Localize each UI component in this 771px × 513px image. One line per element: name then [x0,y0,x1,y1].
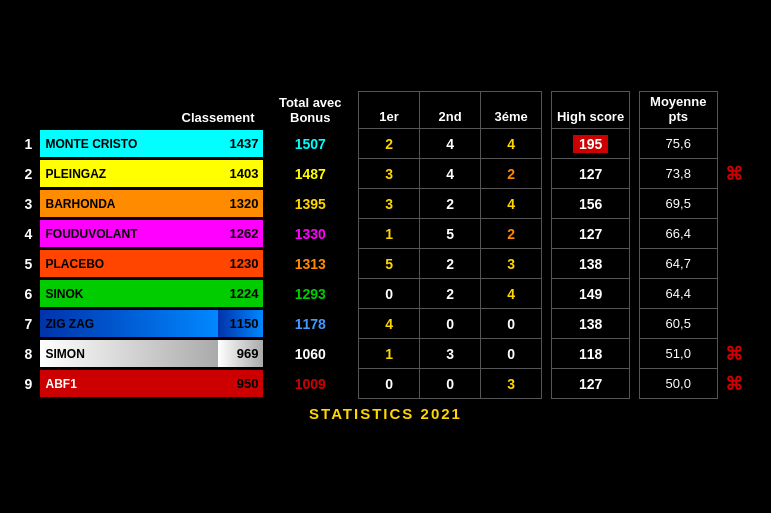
second-value: 4 [446,136,454,152]
first-cell: 4 [359,309,420,339]
first-cell: 1 [359,339,420,369]
cmd-cell: ⌘ [717,369,750,399]
bonus-cell: 1313 [271,249,349,279]
sep-cell3 [542,279,552,309]
cmd-cell [717,129,750,159]
moyenne-cell: 50,0 [639,369,717,399]
sep-cell4 [629,249,639,279]
sep-cell4 [629,279,639,309]
sep-cell4 [629,309,639,339]
highscore-value: 127 [579,226,602,242]
sep-cell3 [542,309,552,339]
player-score: 969 [237,346,259,361]
rank-cell: 2 [21,159,41,189]
bonus-value: 1293 [295,286,326,302]
moyenne-cell: 69,5 [639,189,717,219]
third-cell: 4 [481,129,542,159]
sep-cell [263,279,272,309]
cmd-cell: ⌘ [717,339,750,369]
sep-cell [263,339,272,369]
sep-cell [263,219,272,249]
sep-cell [263,249,272,279]
sep-cell2 [349,159,358,189]
third-value: 3 [507,376,515,392]
sep-cell4 [629,129,639,159]
highscore-cell: 149 [552,279,630,309]
second-value: 0 [446,376,454,392]
name-score-cell: MONTE CRISTO 1437 [40,129,262,159]
bonus-cell: 1330 [271,219,349,249]
bonus-value: 1330 [295,226,326,242]
moyenne-value: 73,8 [666,166,691,181]
third-value: 4 [507,196,515,212]
cmd-icon: ⌘ [725,164,743,184]
first-value: 1 [385,226,393,242]
cmd-cell [717,249,750,279]
highscore-value: 118 [579,346,602,362]
sep-cell [263,189,272,219]
second-header: 2nd [420,92,481,129]
sep4 [629,92,639,129]
player-name: PLEINGAZ [45,167,106,181]
highscore-value: 127 [579,166,602,182]
rank-cell: 4 [21,219,41,249]
name-score-cell: ZIG ZAG 1150 [40,309,262,339]
first-value: 3 [385,196,393,212]
second-cell: 5 [420,219,481,249]
table-row: 3 BARHONDA 1320 1395 3 2 4 156 69,5 [21,189,751,219]
highscore-header: High score [552,92,630,129]
highscore-value: 149 [579,286,602,302]
moyenne-value: 64,4 [666,286,691,301]
sep-cell2 [349,219,358,249]
player-score: 1150 [230,316,259,331]
bonus-value: 1507 [295,136,326,152]
table-row: 5 PLACEBO 1230 1313 5 2 3 138 64,7 [21,249,751,279]
sep-cell [263,309,272,339]
sep-cell2 [349,129,358,159]
rank-cell: 7 [21,309,41,339]
first-value: 4 [385,316,393,332]
player-score: 950 [237,376,259,391]
first-cell: 3 [359,189,420,219]
first-value: 5 [385,256,393,272]
highscore-value-highlight: 195 [573,135,608,153]
sep-cell4 [629,159,639,189]
table-row: 4 FOUDUVOLANT 1262 1330 1 5 2 127 66,4 [21,219,751,249]
first-value: 2 [385,136,393,152]
third-cell: 4 [481,279,542,309]
sep2 [349,92,358,129]
moyenne-cell: 75,6 [639,129,717,159]
second-value: 2 [446,196,454,212]
sep-cell3 [542,129,552,159]
sep-cell3 [542,369,552,399]
moyenne-cell: 66,4 [639,219,717,249]
third-cell: 0 [481,309,542,339]
player-name: SINOK [45,287,83,301]
third-value: 2 [507,166,515,182]
table-header: Classement Total avec Bonus 1er 2nd 3éme [21,92,751,129]
bonus-cell: 1395 [271,189,349,219]
sep-cell2 [349,339,358,369]
highscore-value: 138 [579,316,602,332]
cmd-cell: ⌘ [717,159,750,189]
bonus-value: 1395 [295,196,326,212]
third-cell: 3 [481,249,542,279]
table-row: 2 PLEINGAZ 1403 1487 3 4 2 127 73,8 ⌘ [21,159,751,189]
second-cell: 0 [420,309,481,339]
highscore-cell: 127 [552,369,630,399]
third-header: 3éme [481,92,542,129]
first-value: 0 [385,286,393,302]
bonus-value: 1009 [295,376,326,392]
second-value: 2 [446,286,454,302]
second-value: 5 [446,226,454,242]
bonus-value: 1313 [295,256,326,272]
player-name: PLACEBO [45,257,104,271]
moyenne-cell: 64,7 [639,249,717,279]
rank-cell: 5 [21,249,41,279]
sep-cell2 [349,309,358,339]
first-value: 0 [385,376,393,392]
moyenne-value: 69,5 [666,196,691,211]
bonus-value: 1060 [295,346,326,362]
first-value: 1 [385,346,393,362]
first-cell: 0 [359,279,420,309]
